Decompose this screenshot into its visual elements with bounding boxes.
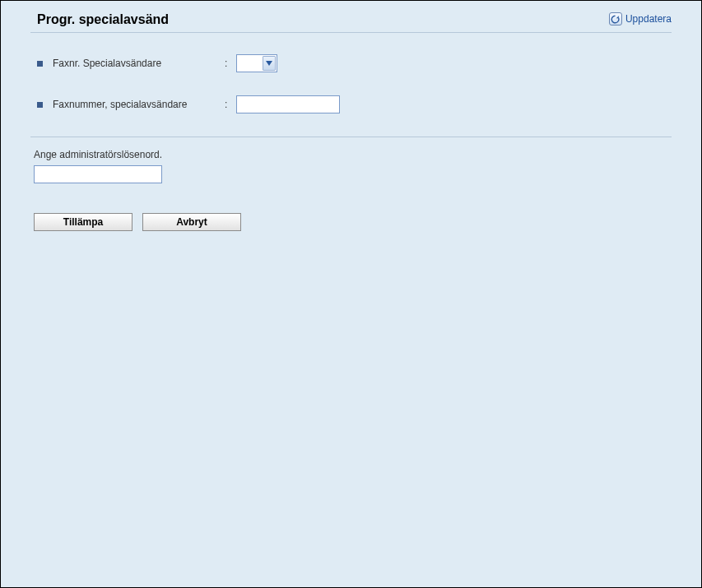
fax-special-sender-select[interactable] bbox=[236, 54, 277, 72]
apply-button[interactable]: Tillämpa bbox=[34, 213, 132, 231]
refresh-icon bbox=[609, 12, 622, 25]
admin-password-input[interactable] bbox=[34, 165, 162, 183]
fax-number-special-sender-input[interactable] bbox=[236, 95, 340, 113]
bullet-icon bbox=[37, 102, 43, 108]
cancel-button[interactable]: Avbryt bbox=[142, 213, 241, 231]
section-divider bbox=[30, 137, 672, 137]
label-fax-number-special-sender: Faxnummer, specialavsändare bbox=[37, 99, 225, 110]
label-text: Faxnr. Specialavsändare bbox=[53, 58, 161, 69]
header-divider bbox=[30, 32, 672, 33]
row-fax-number-special-sender: Faxnummer, specialavsändare : bbox=[37, 95, 672, 113]
row-fax-special-sender-number: Faxnr. Specialavsändare : bbox=[37, 54, 672, 72]
label-fax-special-sender-number: Faxnr. Specialavsändare bbox=[37, 58, 225, 69]
bullet-icon bbox=[37, 61, 43, 67]
colon: : bbox=[225, 58, 233, 69]
admin-password-prompt: Ange administratörslösenord. bbox=[34, 149, 672, 160]
refresh-label: Uppdatera bbox=[625, 13, 672, 25]
colon: : bbox=[225, 99, 233, 110]
label-text: Faxnummer, specialavsändare bbox=[53, 99, 187, 110]
page-title: Progr. specialavsänd bbox=[37, 12, 672, 27]
refresh-link[interactable]: Uppdatera bbox=[609, 12, 672, 25]
